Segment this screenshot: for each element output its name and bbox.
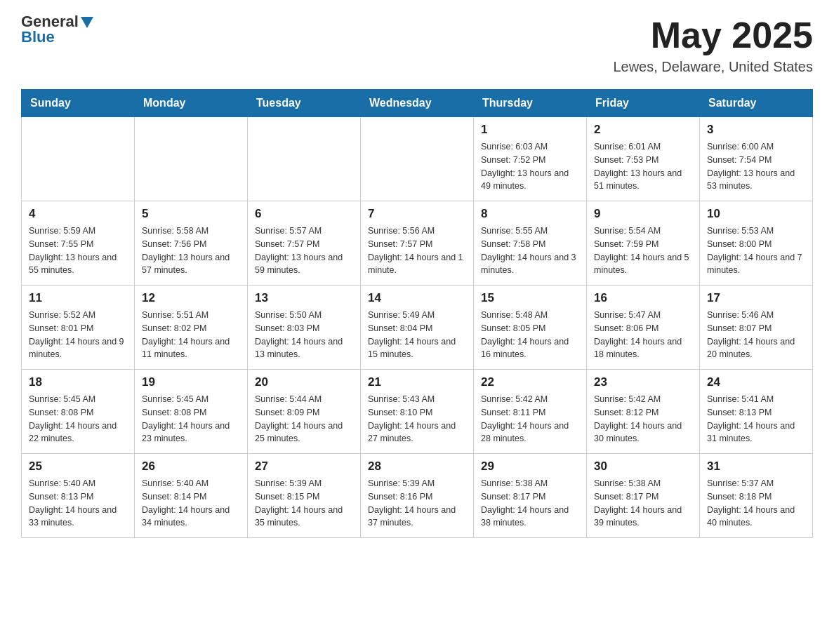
day-info: Sunrise: 5:51 AM Sunset: 8:02 PM Dayligh… — [142, 309, 240, 361]
page-header: General Blue May 2025 Lewes, Delaware, U… — [21, 14, 813, 75]
day-of-week-header: Wednesday — [361, 90, 474, 117]
calendar-cell: 28Sunrise: 5:39 AM Sunset: 8:16 PM Dayli… — [361, 454, 474, 538]
calendar-table: SundayMondayTuesdayWednesdayThursdayFrid… — [21, 89, 813, 538]
day-info: Sunrise: 5:42 AM Sunset: 8:11 PM Dayligh… — [481, 393, 579, 445]
day-number: 21 — [368, 375, 466, 389]
calendar-cell: 9Sunrise: 5:54 AM Sunset: 7:59 PM Daylig… — [587, 201, 700, 286]
day-number: 12 — [142, 291, 240, 305]
calendar-cell — [22, 117, 135, 201]
day-info: Sunrise: 5:42 AM Sunset: 8:12 PM Dayligh… — [594, 393, 692, 445]
day-number: 23 — [594, 375, 692, 389]
day-info: Sunrise: 5:54 AM Sunset: 7:59 PM Dayligh… — [594, 224, 692, 277]
calendar-cell: 11Sunrise: 5:52 AM Sunset: 8:01 PM Dayli… — [22, 286, 135, 370]
calendar-title: May 2025 — [613, 14, 813, 56]
day-info: Sunrise: 5:45 AM Sunset: 8:08 PM Dayligh… — [142, 393, 240, 445]
calendar-cell: 14Sunrise: 5:49 AM Sunset: 8:04 PM Dayli… — [361, 286, 474, 370]
calendar-week-row: 25Sunrise: 5:40 AM Sunset: 8:13 PM Dayli… — [22, 454, 813, 538]
day-of-week-header: Saturday — [700, 90, 813, 117]
calendar-cell: 27Sunrise: 5:39 AM Sunset: 8:15 PM Dayli… — [248, 454, 361, 538]
calendar-cell: 24Sunrise: 5:41 AM Sunset: 8:13 PM Dayli… — [700, 370, 813, 454]
logo-combined: General Blue — [21, 14, 93, 45]
calendar-cell: 3Sunrise: 6:00 AM Sunset: 7:54 PM Daylig… — [700, 117, 813, 201]
day-info: Sunrise: 5:39 AM Sunset: 8:15 PM Dayligh… — [255, 477, 353, 530]
calendar-cell: 30Sunrise: 5:38 AM Sunset: 8:17 PM Dayli… — [587, 454, 700, 538]
day-number: 28 — [368, 459, 466, 474]
day-number: 13 — [255, 291, 353, 305]
day-info: Sunrise: 5:49 AM Sunset: 8:04 PM Dayligh… — [368, 309, 466, 361]
calendar-cell — [135, 117, 248, 201]
day-number: 31 — [707, 459, 805, 474]
calendar-cell: 5Sunrise: 5:58 AM Sunset: 7:56 PM Daylig… — [135, 201, 248, 286]
day-info: Sunrise: 5:48 AM Sunset: 8:05 PM Dayligh… — [481, 309, 579, 361]
day-info: Sunrise: 6:00 AM Sunset: 7:54 PM Dayligh… — [707, 140, 805, 193]
calendar-cell: 29Sunrise: 5:38 AM Sunset: 8:17 PM Dayli… — [474, 454, 587, 538]
day-info: Sunrise: 5:59 AM Sunset: 7:55 PM Dayligh… — [29, 224, 127, 277]
calendar-week-row: 11Sunrise: 5:52 AM Sunset: 8:01 PM Dayli… — [22, 286, 813, 370]
calendar-cell: 6Sunrise: 5:57 AM Sunset: 7:57 PM Daylig… — [248, 201, 361, 286]
day-info: Sunrise: 5:58 AM Sunset: 7:56 PM Dayligh… — [142, 224, 240, 277]
calendar-cell: 31Sunrise: 5:37 AM Sunset: 8:18 PM Dayli… — [700, 454, 813, 538]
calendar-cell: 7Sunrise: 5:56 AM Sunset: 7:57 PM Daylig… — [361, 201, 474, 286]
day-number: 26 — [142, 459, 240, 474]
day-of-week-header: Thursday — [474, 90, 587, 117]
calendar-cell: 20Sunrise: 5:44 AM Sunset: 8:09 PM Dayli… — [248, 370, 361, 454]
day-info: Sunrise: 5:39 AM Sunset: 8:16 PM Dayligh… — [368, 477, 466, 530]
calendar-cell: 21Sunrise: 5:43 AM Sunset: 8:10 PM Dayli… — [361, 370, 474, 454]
day-number: 5 — [142, 207, 240, 221]
logo: General Blue — [21, 14, 93, 45]
calendar-cell: 22Sunrise: 5:42 AM Sunset: 8:11 PM Dayli… — [474, 370, 587, 454]
day-of-week-header: Tuesday — [248, 90, 361, 117]
day-info: Sunrise: 5:52 AM Sunset: 8:01 PM Dayligh… — [29, 309, 127, 361]
day-info: Sunrise: 5:46 AM Sunset: 8:07 PM Dayligh… — [707, 309, 805, 361]
calendar-cell: 12Sunrise: 5:51 AM Sunset: 8:02 PM Dayli… — [135, 286, 248, 370]
day-number: 7 — [368, 207, 466, 221]
day-info: Sunrise: 5:37 AM Sunset: 8:18 PM Dayligh… — [707, 477, 805, 530]
logo-triangle-icon — [81, 17, 93, 28]
logo-general-text: General — [21, 14, 79, 29]
day-info: Sunrise: 5:43 AM Sunset: 8:10 PM Dayligh… — [368, 393, 466, 445]
day-info: Sunrise: 5:45 AM Sunset: 8:08 PM Dayligh… — [29, 393, 127, 445]
day-number: 29 — [481, 459, 579, 474]
day-info: Sunrise: 5:41 AM Sunset: 8:13 PM Dayligh… — [707, 393, 805, 445]
day-number: 3 — [707, 123, 805, 137]
calendar-week-row: 1Sunrise: 6:03 AM Sunset: 7:52 PM Daylig… — [22, 117, 813, 201]
day-info: Sunrise: 6:01 AM Sunset: 7:53 PM Dayligh… — [594, 140, 692, 193]
day-info: Sunrise: 5:40 AM Sunset: 8:13 PM Dayligh… — [29, 477, 127, 530]
calendar-cell: 16Sunrise: 5:47 AM Sunset: 8:06 PM Dayli… — [587, 286, 700, 370]
day-of-week-header: Monday — [135, 90, 248, 117]
day-number: 9 — [594, 207, 692, 221]
calendar-week-row: 4Sunrise: 5:59 AM Sunset: 7:55 PM Daylig… — [22, 201, 813, 286]
calendar-cell — [248, 117, 361, 201]
calendar-cell: 23Sunrise: 5:42 AM Sunset: 8:12 PM Dayli… — [587, 370, 700, 454]
day-number: 15 — [481, 291, 579, 305]
day-of-week-header: Sunday — [22, 90, 135, 117]
calendar-cell: 13Sunrise: 5:50 AM Sunset: 8:03 PM Dayli… — [248, 286, 361, 370]
calendar-cell: 10Sunrise: 5:53 AM Sunset: 8:00 PM Dayli… — [700, 201, 813, 286]
calendar-cell: 8Sunrise: 5:55 AM Sunset: 7:58 PM Daylig… — [474, 201, 587, 286]
day-of-week-header: Friday — [587, 90, 700, 117]
calendar-week-row: 18Sunrise: 5:45 AM Sunset: 8:08 PM Dayli… — [22, 370, 813, 454]
day-number: 16 — [594, 291, 692, 305]
calendar-cell: 2Sunrise: 6:01 AM Sunset: 7:53 PM Daylig… — [587, 117, 700, 201]
day-number: 18 — [29, 375, 127, 389]
day-number: 20 — [255, 375, 353, 389]
day-number: 19 — [142, 375, 240, 389]
day-info: Sunrise: 5:47 AM Sunset: 8:06 PM Dayligh… — [594, 309, 692, 361]
day-info: Sunrise: 5:40 AM Sunset: 8:14 PM Dayligh… — [142, 477, 240, 530]
day-info: Sunrise: 5:55 AM Sunset: 7:58 PM Dayligh… — [481, 224, 579, 277]
day-info: Sunrise: 5:57 AM Sunset: 7:57 PM Dayligh… — [255, 224, 353, 277]
day-number: 30 — [594, 459, 692, 474]
day-number: 2 — [594, 123, 692, 137]
day-info: Sunrise: 6:03 AM Sunset: 7:52 PM Dayligh… — [481, 140, 579, 193]
day-number: 25 — [29, 459, 127, 474]
calendar-cell: 15Sunrise: 5:48 AM Sunset: 8:05 PM Dayli… — [474, 286, 587, 370]
day-number: 17 — [707, 291, 805, 305]
day-number: 6 — [255, 207, 353, 221]
day-info: Sunrise: 5:38 AM Sunset: 8:17 PM Dayligh… — [594, 477, 692, 530]
day-number: 8 — [481, 207, 579, 221]
calendar-subtitle: Lewes, Delaware, United States — [613, 59, 813, 75]
calendar-cell: 4Sunrise: 5:59 AM Sunset: 7:55 PM Daylig… — [22, 201, 135, 286]
day-number: 4 — [29, 207, 127, 221]
calendar-cell — [361, 117, 474, 201]
logo-blue-text: Blue — [21, 29, 93, 45]
